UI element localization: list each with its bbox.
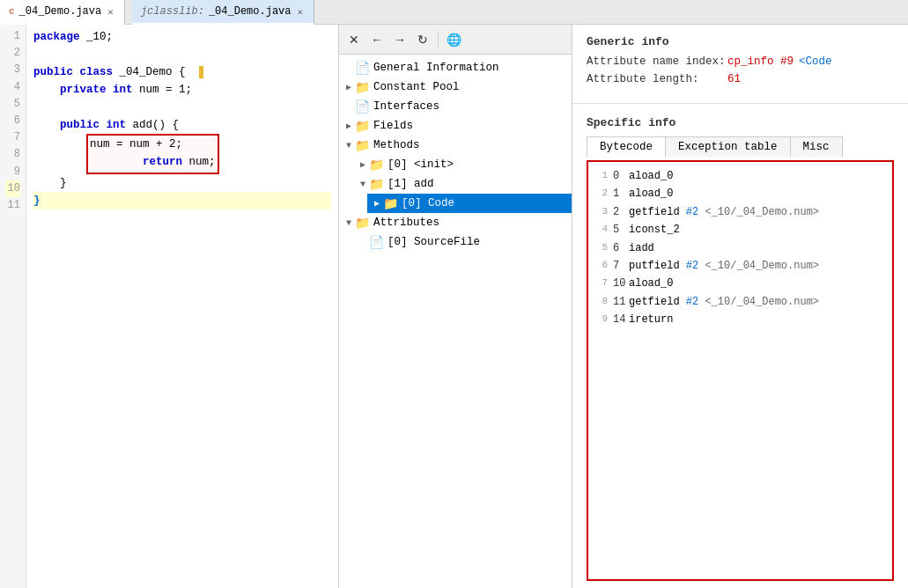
main-content: 1 2 3 4 5 6 7 8 9 10 11 package _10; pub… (0, 25, 908, 588)
bc-row-3: 3 2 getfield #2 <_10/_04_Demo.num> (594, 203, 887, 221)
tree-item-interfaces[interactable]: 📄 Interfaces (339, 97, 572, 116)
expand-icon-fields: ▶ (343, 121, 355, 131)
code-area: 1 2 3 4 5 6 7 8 9 10 11 package _10; pub… (0, 25, 338, 588)
expand-placeholder-interfaces (343, 102, 355, 112)
tree-label-code: [0] Code (402, 197, 454, 209)
editor-tab-left[interactable]: c _04_Demo.java ✕ (0, 0, 125, 25)
tree-toolbar: ✕ ← → ↻ 🌐 (339, 25, 572, 55)
forward-button[interactable]: → (390, 30, 410, 49)
tab-misc[interactable]: Misc (791, 137, 842, 157)
jclasslib-tab[interactable]: jclasslib: _04_Demo.java ✕ (132, 0, 314, 25)
refresh-button[interactable]: ↻ (413, 30, 432, 49)
tree-label-attributes: Attributes (373, 217, 439, 229)
expand-icon-attributes: ▼ (343, 218, 355, 228)
bc-row-8: 8 11 getfield #2 <_10/_04_Demo.num> (594, 293, 887, 311)
jclasslib-prefix: jclasslib: (141, 5, 204, 18)
attr-name-hint: <Code (799, 55, 832, 68)
editor-tab-left-close[interactable]: ✕ (106, 6, 115, 18)
tree-item-constant-pool[interactable]: ▶ 📁 Constant Pool (339, 77, 572, 97)
folder-icon-attributes: 📁 (355, 216, 370, 231)
attr-name-row: Attribute name index: cp_info #9 <Code (587, 55, 894, 68)
generic-info-title: Generic info (587, 35, 894, 48)
tree-label-sourcefile: [0] SourceFile (388, 236, 480, 248)
tree-item-fields[interactable]: ▶ 📁 Fields (339, 116, 572, 136)
tree-label-constant-pool: Constant Pool (373, 81, 460, 93)
code-line-9: } (33, 174, 331, 192)
tree-item-sourcefile[interactable]: 📄 [0] SourceFile (353, 232, 572, 252)
expand-icon-methods: ▼ (343, 141, 355, 151)
folder-icon-code: 📁 (383, 196, 398, 211)
tree-label-fields: Fields (373, 120, 413, 132)
info-panel: Generic info Attribute name index: cp_in… (572, 25, 908, 588)
back-button[interactable]: ← (367, 30, 387, 49)
tree-item-code[interactable]: ▶ 📁 [0] Code (367, 194, 572, 213)
info-divider (572, 103, 908, 104)
tree-item-init[interactable]: ▶ 📁 [0] <init> (353, 155, 572, 174)
attr-name-value: cp_info #9 (727, 55, 794, 68)
expand-placeholder-sourcefile (357, 238, 369, 247)
code-line-11 (33, 209, 331, 227)
close-button[interactable]: ✕ (344, 30, 364, 49)
bc-row-4: 4 5 iconst_2 (594, 221, 887, 239)
tree-item-attributes[interactable]: ▼ 📁 Attributes (339, 213, 572, 232)
bc-row-7: 7 10 aload_0 (594, 275, 887, 292)
folder-icon-add: 📁 (369, 177, 384, 192)
code-line-4: private int num = 1; (33, 81, 331, 99)
attr-name-label: Attribute name index: (587, 55, 727, 68)
code-editor: 1 2 3 4 5 6 7 8 9 10 11 package _10; pub… (0, 25, 339, 588)
tree-label-methods: Methods (373, 139, 420, 151)
folder-icon-constant-pool: 📁 (355, 80, 370, 95)
bytecode-area[interactable]: 1 0 aload_0 2 1 aload_0 3 2 getfield #2 … (587, 160, 894, 581)
generic-info-section: Generic info Attribute name index: cp_in… (572, 25, 908, 98)
tree-label-add: [1] add (388, 178, 434, 190)
folder-icon-init: 📁 (369, 158, 384, 173)
tree-item-methods[interactable]: ▼ 📁 Methods (339, 136, 572, 155)
code-line-2 (33, 46, 331, 63)
code-line-1: package _10; (33, 28, 331, 46)
bc-row-1: 1 0 aload_0 (594, 167, 887, 185)
editor-tab-left-label: _04_Demo.java (19, 5, 102, 18)
expand-icon-code: ▶ (371, 198, 383, 209)
bc-row-2: 2 1 aload_0 (594, 185, 887, 202)
code-line-3: public class _04_Demo { (33, 63, 331, 81)
specific-info-section: Specific info Bytecode Exception table M… (572, 109, 908, 160)
attr-length-label: Attribute length: (587, 73, 727, 85)
bc-row-6: 6 7 putfield #2 <_10/_04_Demo.num> (594, 257, 887, 275)
file-icon: 📄 (355, 61, 370, 76)
code-content[interactable]: package _10; public class _04_Demo { pri… (26, 25, 338, 588)
attr-length-value: 61 (727, 73, 741, 85)
expand-placeholder (343, 63, 355, 73)
code-line-6: public int add() { (33, 116, 331, 134)
bc-row-9: 9 14 ireturn (594, 311, 887, 328)
line-numbers: 1 2 3 4 5 6 7 8 9 10 11 (0, 25, 26, 588)
code-line-10: } (33, 192, 331, 209)
expand-icon-init: ▶ (357, 159, 369, 170)
tab-exception-table[interactable]: Exception table (666, 137, 791, 157)
tree-content[interactable]: 📄 General Information ▶ 📁 Constant Pool … (339, 55, 572, 588)
top-tab-bar: c _04_Demo.java ✕ jclasslib: _04_Demo.ja… (0, 0, 908, 25)
attr-length-row: Attribute length: 61 (587, 73, 894, 85)
specific-info-title: Specific info (587, 116, 894, 129)
tree-item-add[interactable]: ▼ 📁 [1] add (353, 174, 572, 194)
code-line-5 (33, 99, 331, 116)
folder-icon-methods: 📁 (355, 138, 370, 153)
tab-bytecode[interactable]: Bytecode (587, 137, 666, 157)
jclasslib-tab-label: _04_Demo.java (209, 5, 292, 18)
tree-label-init: [0] <init> (388, 158, 454, 171)
app-container: c _04_Demo.java ✕ jclasslib: _04_Demo.ja… (0, 0, 908, 588)
expand-icon-add: ▼ (357, 180, 369, 189)
bytecode-tabs: Bytecode Exception table Misc (587, 136, 843, 157)
jclasslib-tab-close[interactable]: ✕ (296, 6, 306, 18)
tree-label-interfaces: Interfaces (373, 100, 439, 113)
globe-button[interactable]: 🌐 (444, 30, 463, 49)
bc-row-5: 5 6 iadd (594, 239, 887, 257)
file-icon-sourcefile: 📄 (369, 235, 384, 250)
file-icon-interfaces: 📄 (355, 99, 370, 114)
expand-icon-constant-pool: ▶ (343, 82, 355, 92)
java-file-icon: c (9, 6, 15, 17)
tree-label-general-info: General Information (373, 62, 499, 74)
tree-panel: ✕ ← → ↻ 🌐 📄 General Information ▶ 📁 Cons… (339, 25, 572, 588)
code-line-7: num = num + 2; return num; (33, 134, 331, 174)
tree-item-general-info[interactable]: 📄 General Information (339, 58, 572, 77)
toolbar-separator (438, 32, 439, 48)
